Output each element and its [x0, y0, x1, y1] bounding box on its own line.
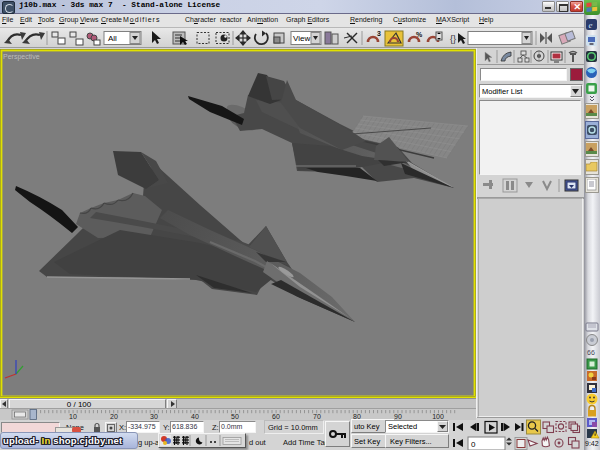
svg-text:20: 20 — [110, 413, 118, 420]
svg-text:40: 40 — [191, 413, 199, 420]
svg-text:9:42: 9:42 — [585, 440, 599, 447]
svg-text:e: e — [589, 20, 593, 30]
svg-text:10: 10 — [69, 413, 77, 420]
svg-text:3: 3 — [377, 30, 381, 37]
svg-text:60: 60 — [272, 413, 280, 420]
svg-text:Perspective: Perspective — [3, 53, 40, 61]
svg-text:100: 100 — [432, 413, 444, 420]
svg-text:{}: {} — [450, 34, 456, 44]
svg-text:70: 70 — [313, 413, 321, 420]
svg-text:0: 0 — [471, 440, 476, 449]
svg-text:50: 50 — [231, 413, 239, 420]
svg-text:All: All — [108, 34, 117, 43]
svg-text:%: % — [416, 31, 423, 38]
svg-text:30: 30 — [150, 413, 158, 420]
svg-text:90: 90 — [394, 413, 402, 420]
svg-text:66: 66 — [587, 349, 595, 356]
svg-text:View: View — [293, 34, 310, 43]
